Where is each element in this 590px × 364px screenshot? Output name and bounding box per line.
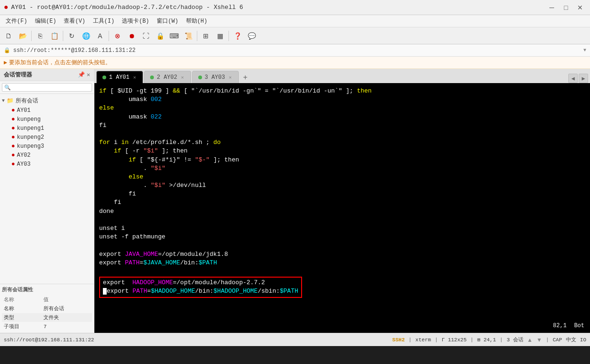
session-label-kunpeng1: kunpeng1 — [17, 125, 44, 132]
tree-item-all-sessions[interactable]: ▼ 📁 所有会话 — [0, 96, 94, 106]
prop-row-name: 名称 所有会话 — [2, 304, 92, 313]
add-tab-button[interactable]: + — [240, 72, 251, 83]
prop-type-value: 文件夹 — [42, 313, 92, 322]
cursor-position2: Bot — [574, 322, 584, 329]
term-line-21: export PATH=$JAVA_HOME/bin:$PATH — [99, 259, 585, 267]
sidebar-item-kunpeng1[interactable]: ● kunpeng1 — [9, 124, 94, 133]
status-separator-5: | — [546, 337, 549, 343]
tab-close-ay02[interactable]: ✕ — [180, 75, 185, 80]
sidebar-pin-icon[interactable]: 📌 — [78, 71, 85, 78]
term-line-10: . "$i" — [99, 164, 585, 173]
app-icon: ● — [4, 3, 8, 12]
col-value-header: 值 — [42, 295, 92, 304]
menu-help[interactable]: 帮助(H) — [182, 15, 211, 27]
props-table: 名称 值 名称 所有会话 类型 文件夹 子项目 7 — [2, 295, 92, 331]
menu-tools[interactable]: 工具(I) — [89, 15, 118, 27]
tab-dot-ay02 — [150, 76, 154, 79]
new-session-button[interactable]: 🗋 — [2, 29, 15, 42]
menu-file[interactable]: 文件(F) — [2, 15, 31, 27]
toolbar: 🗋 📂 ⎘ 📋 ↻ 🌐 A ⊗ ⏺ ⛶ 🔒 ⌨ 📜 ⊞ ▦ ❓ 💬 — [0, 27, 590, 44]
toolbar-separator-2 — [63, 31, 63, 41]
title-bar: ● AY01 - root@AY01:/opt/module/hadoop-2.… — [0, 0, 590, 15]
term-line-9: if [ "${-#*i}" != "$-" ]; then — [99, 156, 585, 164]
tab-close-ay03[interactable]: ✕ — [228, 75, 233, 80]
scroll-down-button[interactable]: ▼ — [536, 337, 542, 343]
tab-prev-button[interactable]: ◀ — [568, 74, 578, 83]
session-label-ay02: AY02 — [17, 152, 31, 159]
session-label-kunpeng3: kunpeng3 — [17, 143, 44, 150]
sidebar: 会话管理器 📌 ✕ ▼ 📁 所有会话 ● AY01 ● k — [0, 69, 94, 333]
layout-button[interactable]: ▦ — [213, 29, 227, 42]
open-button[interactable]: 📂 — [16, 29, 29, 42]
expand-icon: ▼ — [2, 98, 5, 103]
hint-bar: ▶ 要添加当前会话，点击左侧的箭头按钮。 — [0, 57, 590, 69]
sidebar-item-ay02[interactable]: ● AY02 — [9, 151, 94, 160]
paste-button[interactable]: 📋 — [48, 29, 61, 42]
cursor — [103, 288, 107, 295]
tab-nav: ◀ ▶ — [568, 74, 588, 83]
sidebar-item-ay01[interactable]: ● AY01 — [9, 106, 94, 115]
chat-button[interactable]: 💬 — [245, 29, 258, 42]
status-pos-val: 24,1 — [483, 337, 496, 343]
script-button[interactable]: 📜 — [182, 29, 195, 42]
fullscreen-button[interactable]: ⛶ — [139, 29, 152, 42]
term-line-19 — [99, 241, 585, 250]
lock-button[interactable]: 🔒 — [153, 29, 167, 42]
sidebar-item-kunpeng[interactable]: ● kunpeng — [9, 115, 94, 124]
sidebar-close-icon[interactable]: ✕ — [87, 71, 90, 78]
sidebar-item-kunpeng3[interactable]: ● kunpeng3 — [9, 142, 94, 151]
prop-children-value: 7 — [42, 322, 92, 331]
session-label-ay01: AY01 — [17, 107, 31, 114]
refresh-button[interactable]: ↻ — [65, 29, 78, 42]
globe-button[interactable]: 🌐 — [79, 29, 93, 42]
session-icon-ay03: ● — [11, 161, 15, 168]
prop-type-label: 类型 — [2, 313, 42, 322]
status-separator-2: | — [435, 337, 438, 343]
terminal[interactable]: if [ $UID -gt 199 ] && [ "`/usr/bin/id -… — [94, 83, 590, 333]
search-input[interactable] — [2, 83, 92, 92]
menu-view[interactable]: 查看(V) — [60, 15, 89, 27]
tab-ay02[interactable]: 2 AY02 ✕ — [144, 71, 191, 83]
status-sessions: 3 会话 — [506, 336, 523, 343]
tree-children: ● AY01 ● kunpeng ● kunpeng1 ● kunpeng2 ● — [0, 106, 94, 169]
scroll-up-button[interactable]: ▲ — [527, 337, 533, 343]
menu-edit[interactable]: 编辑(E) — [31, 15, 60, 27]
menu-tabs[interactable]: 选项卡(B) — [118, 15, 153, 27]
sidebar-search — [0, 81, 94, 94]
record-button[interactable]: ⏺ — [125, 29, 138, 42]
split-button[interactable]: ⊞ — [199, 29, 212, 42]
tab-label-ay03: 3 AY03 — [205, 74, 225, 81]
keyboard-button[interactable]: ⌨ — [168, 29, 181, 42]
term-line-3: else — [99, 104, 585, 112]
close-button[interactable]: ✕ — [574, 1, 586, 14]
address-bar: 🔒 ssh://root:******@192.168.111.131:22 ▼ — [0, 44, 590, 57]
address-text: ssh://root:******@192.168.111.131:22 — [13, 47, 581, 54]
session-label-ay03: AY03 — [17, 161, 31, 168]
col-name-header: 名称 — [2, 295, 42, 304]
term-line-16 — [99, 216, 585, 224]
sidebar-item-ay03[interactable]: ● AY03 — [9, 160, 94, 169]
sidebar-item-kunpeng2[interactable]: ● kunpeng2 — [9, 133, 94, 142]
tab-bar: 1 AY01 ✕ 2 AY02 ✕ 3 AY03 ✕ + ◀ ▶ — [94, 69, 590, 83]
maximize-button[interactable]: □ — [560, 1, 572, 14]
copy-button[interactable]: ⎘ — [34, 29, 47, 42]
cursor-position: 82,1 — [553, 322, 567, 329]
tab-next-button[interactable]: ▶ — [579, 74, 588, 83]
tab-ay03[interactable]: 3 AY03 ✕ — [192, 71, 239, 83]
hint-text: 要添加当前会话，点击左侧的箭头按钮。 — [9, 59, 111, 67]
term-line-18: unset -f pathmunge — [99, 233, 585, 241]
tab-close-ay01[interactable]: ✕ — [132, 75, 137, 80]
help-button[interactable]: ❓ — [231, 29, 244, 42]
tab-ay01[interactable]: 1 AY01 ✕ — [96, 71, 143, 83]
status-right: SSH2 | xterm | Γ 112x25 | ⊞ 24,1 | 3 会话 … — [392, 336, 586, 343]
session-icon-ay01: ● — [11, 107, 15, 114]
font-button[interactable]: A — [93, 29, 107, 42]
toolbar-separator-3 — [109, 31, 109, 41]
status-cols-rows: Γ 112x25 — [442, 337, 467, 343]
menu-window[interactable]: 窗口(W) — [153, 15, 182, 27]
status-ime: 中文 — [566, 336, 576, 343]
stop-button[interactable]: ⊗ — [111, 29, 124, 42]
minimize-button[interactable]: ─ — [546, 1, 558, 14]
session-icon-kunpeng1: ● — [11, 125, 15, 132]
address-dropdown-button[interactable]: ▼ — [583, 48, 586, 53]
